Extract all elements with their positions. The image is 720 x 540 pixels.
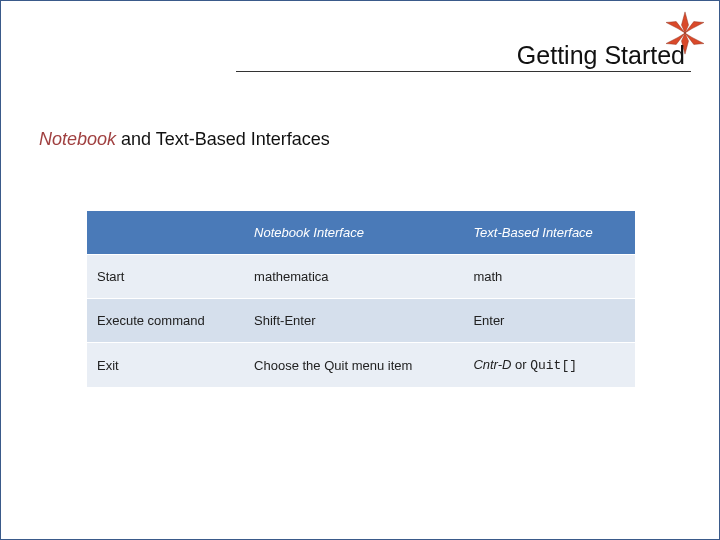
header-divider — [236, 71, 691, 72]
subtitle-italic: Notebook — [39, 129, 116, 149]
cell-notebook: mathematica — [244, 255, 463, 299]
table-row: Start mathematica math — [87, 255, 635, 299]
exit-cntr-d: Cntr-D — [473, 357, 511, 372]
cell-textbased: Enter — [463, 299, 635, 343]
exit-or: or — [511, 357, 530, 372]
exit-quit: Quit[] — [530, 358, 577, 373]
row-label: Exit — [87, 343, 244, 388]
row-label: Start — [87, 255, 244, 299]
col-blank — [87, 211, 244, 255]
row-label: Execute command — [87, 299, 244, 343]
cell-notebook: Choose the Quit menu item — [244, 343, 463, 388]
cell-textbased: Cntr-D or Quit[] — [463, 343, 635, 388]
interface-table: Notebook Interface Text-Based Interface … — [87, 211, 635, 388]
col-textbased: Text-Based Interface — [463, 211, 635, 255]
table-header-row: Notebook Interface Text-Based Interface — [87, 211, 635, 255]
page-title: Getting Started — [517, 41, 685, 70]
table-row: Exit Choose the Quit menu item Cntr-D or… — [87, 343, 635, 388]
subtitle: Notebook and Text-Based Interfaces — [39, 129, 330, 150]
cell-textbased: math — [463, 255, 635, 299]
slide: Getting Started Notebook and Text-Based … — [0, 0, 720, 540]
table-row: Execute command Shift-Enter Enter — [87, 299, 635, 343]
cell-notebook: Shift-Enter — [244, 299, 463, 343]
subtitle-rest: and Text-Based Interfaces — [116, 129, 330, 149]
col-notebook: Notebook Interface — [244, 211, 463, 255]
